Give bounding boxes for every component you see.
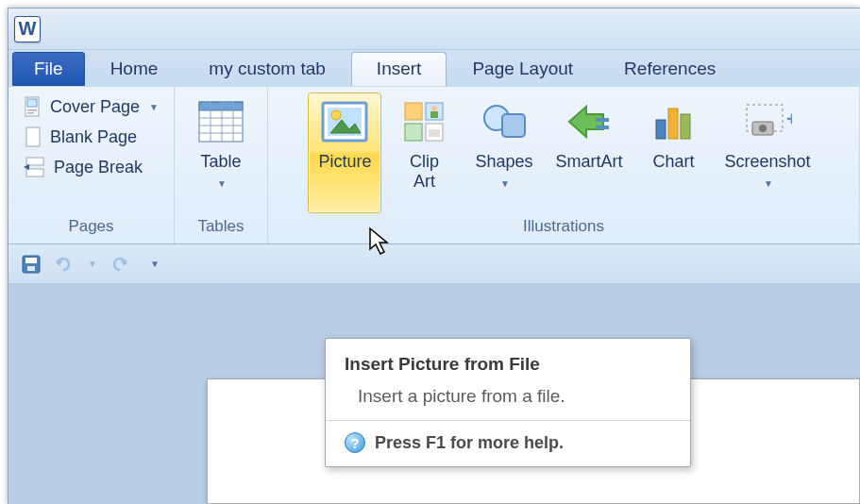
group-pages-label: Pages bbox=[68, 213, 113, 242]
chart-button[interactable]: Chart bbox=[636, 92, 710, 213]
page-break-button[interactable]: Page Break bbox=[18, 153, 164, 181]
group-illustrations-label: Illustrations bbox=[523, 213, 604, 242]
table-icon bbox=[198, 101, 244, 143]
qat-customize-icon[interactable]: ▼ bbox=[150, 259, 160, 269]
page-break-label: Page Break bbox=[54, 158, 143, 177]
redo-icon bbox=[110, 256, 129, 273]
clip-art-icon bbox=[403, 101, 445, 143]
svg-rect-22 bbox=[405, 124, 422, 141]
svg-rect-21 bbox=[430, 111, 438, 118]
tab-file[interactable]: File bbox=[12, 52, 85, 86]
tab-custom[interactable]: my custom tab bbox=[183, 52, 351, 86]
group-pages: Cover Page ▼ Blank Page Page Break Pages bbox=[8, 87, 175, 244]
svg-rect-28 bbox=[596, 126, 609, 129]
svg-point-20 bbox=[431, 106, 437, 111]
clip-art-button[interactable]: Clip Art bbox=[387, 92, 461, 213]
dropdown-arrow-icon: ▼ bbox=[500, 178, 510, 189]
save-icon bbox=[22, 255, 41, 274]
smartart-button[interactable]: SmartArt bbox=[547, 92, 631, 213]
save-button[interactable] bbox=[22, 255, 41, 274]
svg-rect-26 bbox=[502, 114, 525, 137]
tab-home[interactable]: Home bbox=[85, 52, 184, 86]
tab-page-layout[interactable]: Page Layout bbox=[447, 52, 599, 86]
svg-rect-1 bbox=[27, 99, 37, 107]
quick-access-toolbar: ▼ ▼ bbox=[8, 244, 860, 284]
blank-page-icon bbox=[24, 126, 42, 147]
picture-label: Picture bbox=[318, 152, 371, 172]
undo-button[interactable] bbox=[54, 255, 73, 274]
tooltip-help-row: ? Press F1 for more help. bbox=[345, 432, 671, 453]
svg-rect-38 bbox=[27, 266, 35, 271]
blank-page-button[interactable]: Blank Page bbox=[18, 123, 164, 151]
table-label: Table bbox=[200, 152, 241, 171]
group-tables: Table▼ Tables bbox=[175, 87, 268, 244]
svg-rect-2 bbox=[27, 109, 37, 111]
screenshot-label: Screenshot bbox=[724, 152, 810, 171]
svg-rect-27 bbox=[596, 118, 609, 122]
page-break-icon bbox=[24, 157, 46, 177]
chart-icon bbox=[651, 101, 695, 143]
tooltip-insert-picture: Insert Picture from File Insert a pictur… bbox=[325, 338, 691, 467]
cover-page-label: Cover Page bbox=[50, 97, 140, 117]
undo-dropdown-icon[interactable]: ▼ bbox=[88, 259, 97, 269]
redo-button[interactable] bbox=[110, 255, 129, 274]
clip-art-label: Clip Art bbox=[410, 152, 439, 191]
picture-icon bbox=[321, 101, 368, 143]
picture-button[interactable]: Picture bbox=[308, 92, 381, 213]
tooltip-body: Insert a picture from a file. bbox=[345, 386, 671, 407]
svg-rect-29 bbox=[656, 120, 666, 139]
tooltip-help-text: Press F1 for more help. bbox=[375, 433, 564, 453]
screenshot-icon: + bbox=[743, 101, 792, 143]
shapes-button[interactable]: Shapes▼ bbox=[466, 92, 541, 213]
svg-rect-5 bbox=[26, 158, 43, 165]
tab-insert[interactable]: Insert bbox=[351, 52, 447, 86]
tooltip-divider bbox=[326, 420, 690, 421]
help-icon: ? bbox=[345, 432, 365, 453]
dropdown-arrow-icon: ▼ bbox=[764, 178, 773, 189]
group-illustrations: Picture Clip Art bbox=[268, 87, 860, 244]
tooltip-title: Insert Picture from File bbox=[345, 354, 671, 375]
svg-rect-30 bbox=[668, 109, 678, 139]
smartart-icon bbox=[565, 101, 613, 143]
svg-rect-37 bbox=[25, 258, 37, 263]
svg-rect-8 bbox=[199, 102, 243, 110]
cover-page-icon bbox=[24, 96, 42, 117]
svg-point-34 bbox=[759, 125, 767, 132]
svg-rect-6 bbox=[26, 169, 43, 176]
smartart-label: SmartArt bbox=[555, 152, 622, 172]
svg-text:+: + bbox=[786, 109, 792, 129]
svg-rect-4 bbox=[26, 127, 40, 146]
shapes-icon bbox=[481, 101, 527, 143]
svg-rect-18 bbox=[405, 103, 422, 120]
svg-rect-24 bbox=[429, 129, 440, 137]
chart-label: Chart bbox=[652, 152, 694, 172]
dropdown-arrow-icon: ▼ bbox=[149, 102, 159, 112]
tab-references[interactable]: References bbox=[599, 52, 741, 86]
ribbon-insert: Cover Page ▼ Blank Page Page Break Pages bbox=[8, 86, 860, 244]
ribbon-tab-strip: File Home my custom tab Insert Page Layo… bbox=[8, 50, 860, 86]
group-tables-label: Tables bbox=[197, 213, 244, 242]
screenshot-button[interactable]: + Screenshot▼ bbox=[716, 92, 818, 213]
table-button[interactable]: Table▼ bbox=[184, 92, 258, 213]
word-app-icon: W bbox=[14, 16, 41, 42]
title-bar: W bbox=[8, 8, 860, 50]
cover-page-button[interactable]: Cover Page ▼ bbox=[18, 92, 164, 121]
svg-point-17 bbox=[331, 110, 341, 120]
undo-icon bbox=[54, 256, 73, 273]
shapes-label: Shapes bbox=[475, 152, 532, 171]
svg-rect-3 bbox=[27, 112, 34, 114]
dropdown-arrow-icon: ▼ bbox=[217, 178, 227, 189]
svg-rect-31 bbox=[681, 114, 690, 139]
blank-page-label: Blank Page bbox=[50, 127, 137, 147]
